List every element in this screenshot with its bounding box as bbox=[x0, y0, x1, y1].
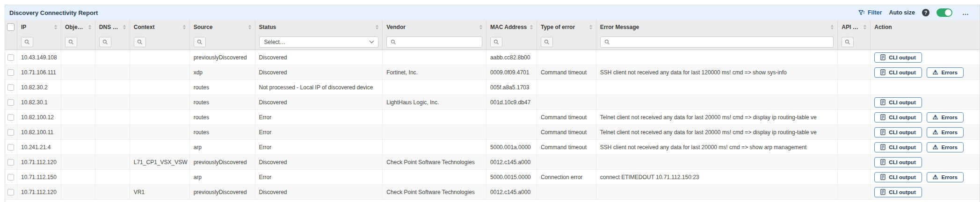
column-header-mac[interactable]: MAC Address bbox=[486, 20, 537, 34]
column-header-ip[interactable]: IP bbox=[17, 20, 61, 34]
cell-text: routes bbox=[194, 129, 209, 136]
errors-button[interactable]: ⚠Errors bbox=[927, 172, 964, 182]
table-row bbox=[5, 200, 980, 202]
cell-api bbox=[838, 80, 871, 94]
sort-icon bbox=[530, 25, 533, 29]
row-checkbox[interactable] bbox=[7, 99, 14, 106]
cell-dns bbox=[95, 95, 130, 109]
row-checkbox[interactable] bbox=[7, 114, 14, 121]
sort-icon bbox=[376, 25, 378, 29]
row-checkbox[interactable] bbox=[7, 54, 14, 61]
error_message-filter-search-input[interactable] bbox=[613, 39, 829, 45]
cell-text: SSH client not received any data for las… bbox=[600, 69, 787, 76]
vendor-filter-search-input-wrap bbox=[386, 36, 482, 48]
source-filter-search-button[interactable] bbox=[194, 37, 206, 47]
cli-output-button[interactable]: CLI output bbox=[874, 187, 922, 197]
cell-checkbox bbox=[5, 140, 17, 154]
select-all-checkbox[interactable] bbox=[7, 23, 15, 31]
cli-output-button[interactable]: CLI output bbox=[874, 52, 922, 63]
cli-output-button[interactable]: CLI output bbox=[874, 112, 922, 123]
chevron-down-icon bbox=[370, 39, 374, 43]
column-header-label: Status bbox=[259, 24, 374, 30]
filter-cell-source bbox=[190, 34, 255, 50]
filter-button[interactable]: Filter bbox=[858, 9, 882, 16]
row-checkbox[interactable] bbox=[7, 129, 14, 136]
cell-checkbox bbox=[5, 185, 17, 199]
cell-action: CLI output bbox=[871, 155, 980, 169]
cell-ip: 10.82.30.1 bbox=[17, 95, 61, 109]
search-icon bbox=[197, 39, 203, 45]
cell-source: routes bbox=[190, 95, 255, 109]
cell-status: Discovered bbox=[255, 155, 383, 169]
document-icon bbox=[880, 129, 886, 135]
cell-type_of_error bbox=[537, 80, 596, 94]
errors-button[interactable]: ⚠Errors bbox=[927, 112, 964, 123]
cell-type_of_error: Command timeout bbox=[537, 65, 596, 79]
type_of_error-filter-search-button[interactable] bbox=[541, 37, 553, 47]
cell-text: Not processed - Local IP of discovered d… bbox=[259, 84, 373, 91]
cell-object bbox=[61, 110, 95, 124]
cell-error_message bbox=[596, 50, 838, 65]
cell-text: 10.82.100.11 bbox=[21, 129, 53, 136]
cell-ip: 10.71.112.120 bbox=[17, 155, 61, 169]
api-filter-search-button[interactable] bbox=[842, 37, 854, 47]
cli-output-button[interactable]: CLI output bbox=[874, 67, 922, 78]
auto-size-toggle[interactable] bbox=[936, 8, 952, 17]
column-header-vendor[interactable]: Vendor bbox=[383, 20, 486, 34]
cli-output-button[interactable]: CLI output bbox=[874, 172, 922, 182]
column-header-dns[interactable]: DNS … bbox=[95, 20, 130, 34]
column-header-context[interactable]: Context bbox=[130, 20, 190, 34]
column-header-api[interactable]: API … bbox=[838, 20, 871, 34]
auto-size-label: Auto size bbox=[889, 9, 915, 16]
context-filter-search-button[interactable] bbox=[134, 37, 146, 47]
cell-object bbox=[61, 50, 95, 65]
vendor-filter-search-input[interactable] bbox=[399, 39, 478, 45]
cell-dns bbox=[95, 170, 130, 184]
cell-source: xdp bbox=[190, 65, 255, 79]
help-icon[interactable]: ? bbox=[922, 9, 929, 16]
row-checkbox[interactable] bbox=[7, 144, 14, 151]
cell-text: 005f.a8a5.1703 bbox=[490, 84, 529, 91]
table-row: 10.71.112.120L71_CP1_VSX_VSWpreviouslyDi… bbox=[5, 155, 980, 170]
column-header-type_of_error[interactable]: Type of error bbox=[537, 20, 596, 34]
action-button-label: CLI output bbox=[889, 174, 915, 180]
cell-object bbox=[61, 155, 95, 169]
row-checkbox[interactable] bbox=[7, 159, 14, 166]
cell-dns bbox=[95, 80, 130, 94]
cell-text: xdp bbox=[194, 69, 203, 76]
errors-button[interactable]: ⚠Errors bbox=[927, 127, 964, 137]
cell-vendor: LightHaus Logic, Inc. bbox=[383, 95, 486, 109]
sort-icon bbox=[479, 25, 482, 29]
cell-status: Discovered bbox=[255, 95, 383, 109]
dns-filter-search-button[interactable] bbox=[99, 37, 111, 47]
column-header-error_message[interactable]: Error Message bbox=[596, 20, 838, 34]
cell-text: L71_CP1_VSX_VSW bbox=[134, 159, 188, 166]
mac-filter-search-button[interactable] bbox=[490, 37, 502, 47]
ip-filter-search-button[interactable] bbox=[21, 37, 33, 47]
cli-output-button[interactable]: CLI output bbox=[874, 157, 922, 167]
sort-icon bbox=[589, 25, 592, 29]
cli-output-button[interactable]: CLI output bbox=[874, 127, 922, 137]
filter-cell-context bbox=[130, 34, 190, 50]
column-header-status[interactable]: Status bbox=[255, 20, 383, 34]
object-filter-search-button[interactable] bbox=[65, 37, 77, 47]
errors-button[interactable]: ⚠Errors bbox=[927, 142, 964, 152]
row-checkbox[interactable] bbox=[7, 174, 14, 180]
cli-output-button[interactable]: CLI output bbox=[874, 142, 922, 152]
status-filter-select[interactable]: Select… bbox=[259, 36, 379, 48]
errors-button[interactable]: ⚠Errors bbox=[927, 67, 964, 78]
column-header-object[interactable]: Obje… bbox=[61, 20, 95, 34]
cell-checkbox bbox=[5, 50, 17, 65]
table-row: 10.82.100.12routesErrorCommand timeoutTe… bbox=[5, 110, 980, 125]
cli-output-button[interactable]: CLI output bbox=[874, 97, 922, 108]
cell-dns bbox=[95, 50, 130, 65]
column-header-source[interactable]: Source bbox=[190, 20, 255, 34]
column-header-label: DNS … bbox=[99, 24, 121, 30]
row-checkbox[interactable] bbox=[7, 84, 14, 91]
search-icon bbox=[24, 39, 30, 45]
cell-text: Discovered bbox=[259, 189, 287, 195]
more-menu-button[interactable]: … bbox=[962, 9, 969, 16]
row-checkbox[interactable] bbox=[7, 69, 14, 76]
table-row: 10.71.112.120VR1previouslyDiscoveredDisc… bbox=[5, 185, 980, 200]
row-checkbox[interactable] bbox=[7, 189, 14, 195]
